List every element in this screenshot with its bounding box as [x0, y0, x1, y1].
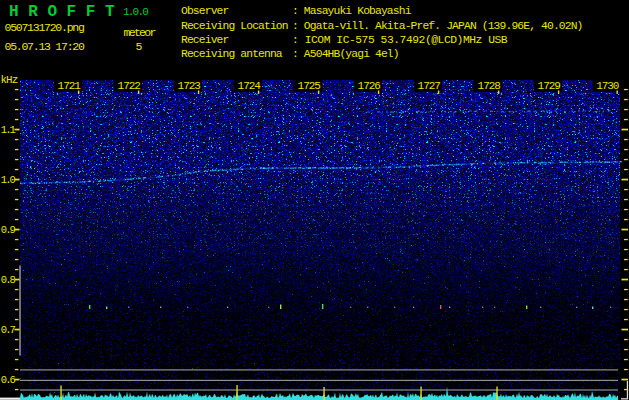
- svg-text:0.7: 0.7: [1, 324, 16, 336]
- svg-text:0.8: 0.8: [1, 274, 16, 286]
- svg-text:: ICOM IC-575 53.7492(@LCD)MHz: : ICOM IC-575 53.7492(@LCD)MHz USB: [292, 34, 508, 46]
- svg-text:1730: 1730: [596, 80, 619, 92]
- svg-text:: Masayuki Kobayashi: : Masayuki Kobayashi: [292, 5, 412, 17]
- svg-text:1724: 1724: [238, 80, 262, 92]
- svg-text:1.0.0: 1.0.0: [123, 6, 148, 18]
- svg-text:1722: 1722: [118, 80, 141, 92]
- svg-text:kHz: kHz: [1, 74, 18, 86]
- svg-text:1729: 1729: [538, 80, 561, 92]
- svg-text:Receiving antenna: Receiving antenna: [181, 48, 283, 60]
- svg-text:1.0: 1.0: [1, 174, 16, 186]
- svg-text:: A504HB(yagi 4el): : A504HB(yagi 4el): [292, 48, 399, 60]
- svg-text:05.07.13 17:20: 05.07.13 17:20: [5, 40, 85, 53]
- svg-text:1.1: 1.1: [1, 124, 16, 136]
- svg-text:meteor: meteor: [124, 26, 156, 39]
- svg-text:1721: 1721: [58, 80, 82, 92]
- svg-text:H R O F F T: H R O F F T: [9, 3, 115, 21]
- svg-text:0.9: 0.9: [1, 224, 16, 236]
- svg-text:1727: 1727: [418, 80, 441, 92]
- svg-text:0507131720.png: 0507131720.png: [5, 21, 84, 34]
- svg-text:Receiving Location: Receiving Location: [181, 20, 288, 32]
- svg-text:1723: 1723: [178, 80, 201, 92]
- svg-text:Receiver: Receiver: [181, 34, 229, 46]
- svg-text:: Ogata-vill. Akita-Pref. JAPA: : Ogata-vill. Akita-Pref. JAPAN (139.96E…: [292, 20, 583, 32]
- svg-text:1728: 1728: [478, 80, 501, 92]
- svg-text:Observer: Observer: [181, 5, 229, 17]
- svg-text:1725: 1725: [298, 80, 321, 92]
- svg-text:1726: 1726: [358, 80, 381, 92]
- svg-text:0.6: 0.6: [1, 374, 16, 386]
